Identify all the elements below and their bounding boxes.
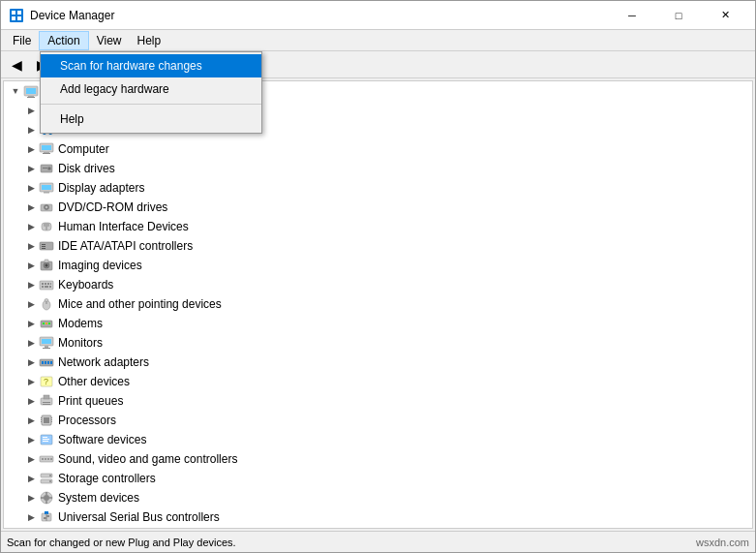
expander-dvd-rom[interactable]: ▶ <box>23 200 39 215</box>
icon-computer <box>39 141 54 157</box>
label-disk-drives: Disk drives <box>58 162 115 175</box>
svg-rect-1 <box>12 11 15 15</box>
svg-point-90 <box>44 495 49 501</box>
expander-network[interactable]: ▶ <box>23 354 39 370</box>
svg-rect-83 <box>47 458 49 460</box>
expander-keyboards[interactable]: ▶ <box>23 277 39 292</box>
expander-print-queues[interactable]: ▶ <box>23 393 39 409</box>
device-tree[interactable]: ▼ DESKTOP-USER ▶Batteries▶⌘Bluetooth▶Com… <box>3 80 753 529</box>
menu-scan-hardware[interactable]: Scan for hardware changes <box>41 54 261 77</box>
svg-point-51 <box>45 323 47 324</box>
tree-item-hid[interactable]: ▶Human Interface Devices <box>4 217 752 236</box>
tree-item-disk-drives[interactable]: ▶Disk drives <box>4 159 752 178</box>
icon-print-queues <box>39 393 54 409</box>
svg-rect-38 <box>40 281 53 290</box>
svg-rect-2 <box>17 11 21 15</box>
label-processors: Processors <box>58 414 116 427</box>
tree-item-system[interactable]: ▶System devices <box>4 488 752 507</box>
svg-rect-93 <box>41 498 44 499</box>
menu-action[interactable]: Action <box>39 31 88 50</box>
tree-item-modems[interactable]: ▶Modems <box>4 314 752 333</box>
svg-rect-39 <box>42 283 44 285</box>
tree-item-other[interactable]: ▶?Other devices <box>4 372 752 391</box>
tree-item-keyboards[interactable]: ▶Keyboards <box>4 275 752 294</box>
maximize-button[interactable]: □ <box>656 1 701 30</box>
menu-add-legacy[interactable]: Add legacy hardware <box>41 77 261 101</box>
expander-storage[interactable]: ▶ <box>23 471 39 486</box>
expander-computer[interactable]: ▶ <box>23 141 39 157</box>
icon-storage <box>39 471 54 486</box>
tree-item-sound[interactable]: ▶Sound, video and game controllers <box>4 449 752 469</box>
svg-rect-37 <box>45 260 48 262</box>
minimize-button[interactable]: ─ <box>610 1 654 30</box>
tree-item-software[interactable]: ▶Software devices <box>4 430 752 449</box>
tree-item-network[interactable]: ▶Network adapters <box>4 353 752 372</box>
svg-point-19 <box>48 168 50 169</box>
svg-rect-29 <box>45 223 47 230</box>
tree-item-print-queues[interactable]: ▶Print queues <box>4 391 752 411</box>
expander-usb[interactable]: ▶ <box>23 509 39 525</box>
expander-monitors[interactable]: ▶ <box>23 335 39 351</box>
svg-point-26 <box>45 206 47 208</box>
tree-item-ide[interactable]: ▶IDE ATA/ATAPI controllers <box>4 236 752 256</box>
tree-item-monitors[interactable]: ▶Monitors <box>4 333 752 353</box>
svg-rect-3 <box>12 16 15 20</box>
svg-rect-56 <box>43 348 50 349</box>
expander-sound[interactable]: ▶ <box>23 451 39 467</box>
icon-display-adapters <box>39 180 54 196</box>
menu-action-help[interactable]: Help <box>41 108 261 131</box>
icon-dvd-rom <box>39 200 54 215</box>
expander-batteries[interactable]: ▶ <box>23 103 39 118</box>
svg-point-36 <box>45 264 48 267</box>
svg-rect-82 <box>45 458 46 460</box>
tree-item-storage[interactable]: ▶Storage controllers <box>4 469 752 488</box>
expander-other[interactable]: ▶ <box>23 374 39 389</box>
icon-keyboards <box>39 277 54 292</box>
root-expander[interactable]: ▼ <box>8 83 23 99</box>
svg-point-48 <box>45 299 48 302</box>
label-keyboards: Keyboards <box>58 278 113 292</box>
label-display-adapters: Display adapters <box>58 181 144 195</box>
toolbar-back-button[interactable]: ◀ <box>5 54 28 76</box>
svg-rect-40 <box>45 283 46 285</box>
tree-item-computer[interactable]: ▶Computer <box>4 139 752 159</box>
expander-system[interactable]: ▶ <box>23 490 39 506</box>
svg-rect-78 <box>43 439 49 440</box>
label-imaging: Imaging devices <box>58 259 142 272</box>
icon-ide <box>39 238 54 254</box>
svg-rect-99 <box>46 515 49 517</box>
expander-ide[interactable]: ▶ <box>23 238 39 254</box>
icon-processors <box>39 413 54 428</box>
tree-item-display-adapters[interactable]: ▶Display adapters <box>4 178 752 198</box>
title-bar: Device Manager ─ □ ✕ <box>1 1 755 30</box>
svg-rect-92 <box>46 501 47 504</box>
tree-item-processors[interactable]: ▶Processors <box>4 411 752 430</box>
tree-item-usb[interactable]: ▶Universal Serial Bus controllers <box>4 507 752 527</box>
expander-modems[interactable]: ▶ <box>23 316 39 331</box>
expander-mice[interactable]: ▶ <box>23 296 39 312</box>
close-button[interactable]: ✕ <box>703 1 747 30</box>
tree-item-mice[interactable]: ▶Mice and other pointing devices <box>4 294 752 314</box>
expander-bluetooth[interactable]: ▶ <box>23 122 39 138</box>
tree-item-imaging[interactable]: ▶Imaging devices <box>4 256 752 275</box>
svg-text:?: ? <box>44 377 48 386</box>
expander-display-adapters[interactable]: ▶ <box>23 180 39 196</box>
expander-processors[interactable]: ▶ <box>23 413 39 428</box>
icon-imaging <box>39 258 54 273</box>
svg-rect-94 <box>49 498 52 499</box>
menu-view[interactable]: View <box>89 31 130 50</box>
svg-rect-84 <box>50 458 52 460</box>
expander-disk-drives[interactable]: ▶ <box>23 161 39 176</box>
expander-hid[interactable]: ▶ <box>23 219 39 234</box>
expander-imaging[interactable]: ▶ <box>23 258 39 273</box>
svg-rect-54 <box>42 339 51 344</box>
menu-file[interactable]: File <box>5 31 39 50</box>
window-controls: ─ □ ✕ <box>610 1 747 30</box>
expander-software[interactable]: ▶ <box>23 432 39 447</box>
menu-help[interactable]: Help <box>130 31 169 50</box>
window-title: Device Manager <box>30 9 114 22</box>
icon-software <box>39 432 54 447</box>
tree-item-dvd-rom[interactable]: ▶DVD/CD-ROM drives <box>4 198 752 217</box>
window-icon <box>9 8 24 23</box>
label-sound: Sound, video and game controllers <box>58 452 237 466</box>
